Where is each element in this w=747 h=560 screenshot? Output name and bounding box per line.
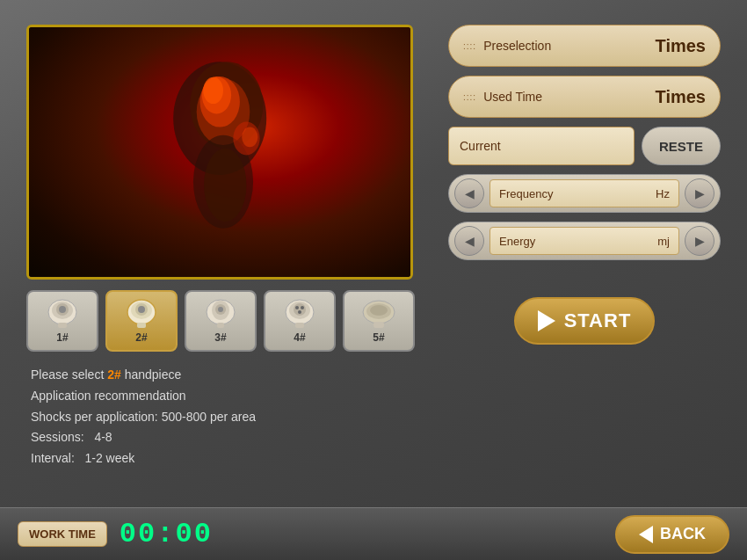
svg-point-5 bbox=[203, 77, 223, 104]
back-arrow-icon bbox=[639, 526, 653, 543]
start-label: START bbox=[564, 309, 632, 332]
handpiece-5-button[interactable]: 5# bbox=[343, 290, 415, 352]
frequency-row: ◀ Frequency Hz ▶ bbox=[448, 174, 721, 213]
svg-point-23 bbox=[218, 307, 223, 312]
used-time-value: Times bbox=[656, 87, 706, 107]
reste-button[interactable]: RESTE bbox=[642, 127, 721, 165]
svg-point-13 bbox=[59, 306, 66, 313]
handpiece-2-label: 2# bbox=[135, 331, 147, 344]
svg-point-7 bbox=[204, 149, 246, 222]
svg-point-18 bbox=[138, 306, 145, 313]
main-background: 1# 2# 3# bbox=[0, 0, 747, 560]
handpiece-5-label: 5# bbox=[373, 331, 384, 344]
current-input[interactable]: Current bbox=[448, 127, 635, 165]
handpiece-1-button[interactable]: 1# bbox=[26, 290, 98, 352]
svg-point-34 bbox=[370, 305, 388, 316]
svg-point-30 bbox=[298, 310, 301, 314]
shocks-info: Shocks per application: 500-800 per area bbox=[31, 407, 256, 428]
interval-info: Interval: 1-2 week bbox=[31, 448, 256, 469]
used-time-label: Used Time bbox=[483, 90, 655, 104]
frequency-control: Frequency Hz bbox=[490, 179, 679, 207]
svg-rect-31 bbox=[295, 323, 304, 328]
back-label: BACK bbox=[660, 525, 706, 543]
info-section: Please select 2# handpiece Application r… bbox=[31, 365, 256, 469]
handpiece-4-button[interactable]: 4# bbox=[264, 290, 336, 352]
frequency-decrease-button[interactable]: ◀ bbox=[454, 178, 484, 208]
work-time-section: WORK TIME 00:00 bbox=[18, 518, 213, 550]
knee-image bbox=[29, 27, 410, 277]
recommendation-title: Application recommendation bbox=[31, 386, 256, 407]
preselection-value: Times bbox=[656, 36, 706, 56]
anatomy-image-panel bbox=[26, 25, 413, 280]
frequency-label: Frequency bbox=[499, 187, 553, 200]
select-handpiece-text: Please select 2# handpiece bbox=[31, 365, 256, 386]
svg-rect-24 bbox=[217, 323, 224, 328]
energy-unit: mj bbox=[657, 235, 670, 248]
handpiece-3-button[interactable]: 3# bbox=[185, 290, 257, 352]
sessions-info: Sessions: 4-8 bbox=[31, 427, 256, 448]
work-time-value: 00:00 bbox=[120, 518, 213, 550]
used-time-row: :::: Used Time Times bbox=[448, 76, 721, 118]
knee-svg bbox=[105, 52, 334, 251]
svg-rect-35 bbox=[374, 322, 384, 328]
start-button[interactable]: START bbox=[514, 297, 655, 345]
current-row: Current RESTE bbox=[448, 127, 721, 165]
bottom-bar: WORK TIME 00:00 BACK bbox=[0, 507, 747, 560]
energy-decrease-button[interactable]: ◀ bbox=[454, 226, 484, 256]
preselection-dots: :::: bbox=[463, 41, 476, 51]
right-control-panel: :::: Preselection Times :::: Used Time T… bbox=[448, 25, 721, 345]
energy-increase-button[interactable]: ▶ bbox=[685, 226, 714, 256]
energy-row: ◀ Energy mj ▶ bbox=[448, 222, 721, 260]
handpiece-selector: 1# 2# 3# bbox=[26, 290, 415, 352]
svg-rect-14 bbox=[58, 323, 67, 328]
start-play-icon bbox=[538, 310, 555, 331]
svg-point-9 bbox=[242, 127, 257, 148]
handpiece-2-button[interactable]: 2# bbox=[105, 290, 178, 352]
frequency-increase-button[interactable]: ▶ bbox=[685, 178, 714, 208]
preselection-label: Preselection bbox=[483, 39, 655, 53]
handpiece-4-label: 4# bbox=[294, 331, 305, 344]
svg-point-29 bbox=[301, 306, 304, 309]
used-time-dots: :::: bbox=[463, 92, 476, 102]
svg-point-28 bbox=[295, 306, 299, 309]
current-label: Current bbox=[460, 139, 501, 153]
handpiece-1-label: 1# bbox=[56, 331, 68, 344]
svg-rect-19 bbox=[137, 323, 146, 328]
energy-control: Energy mj bbox=[490, 227, 679, 255]
preselection-row: :::: Preselection Times bbox=[448, 25, 721, 67]
back-button[interactable]: BACK bbox=[615, 515, 729, 554]
frequency-unit: Hz bbox=[656, 187, 670, 200]
work-time-label: WORK TIME bbox=[18, 521, 107, 547]
energy-label: Energy bbox=[499, 235, 535, 248]
handpiece-3-label: 3# bbox=[214, 331, 226, 344]
